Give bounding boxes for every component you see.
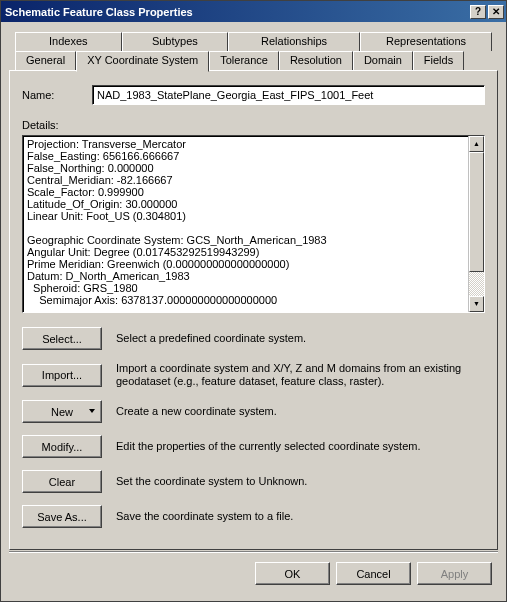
- cancel-button[interactable]: Cancel: [336, 562, 411, 585]
- new-desc: Create a new coordinate system.: [116, 405, 485, 418]
- tab-subtypes[interactable]: Subtypes: [122, 32, 229, 51]
- name-label: Name:: [22, 89, 92, 101]
- titlebar: Schematic Feature Class Properties ? ✕: [1, 1, 506, 22]
- tab-tolerance[interactable]: Tolerance: [209, 51, 279, 70]
- clear-desc: Set the coordinate system to Unknown.: [116, 475, 485, 488]
- close-button[interactable]: ✕: [488, 5, 504, 19]
- scroll-up-button[interactable]: ▲: [469, 136, 484, 152]
- tab-representations[interactable]: Representations: [360, 32, 492, 51]
- tab-general[interactable]: General: [15, 51, 76, 70]
- tab-panel: Name: Details: Projection: Transverse_Me…: [9, 70, 498, 550]
- modify-desc: Edit the properties of the currently sel…: [116, 440, 485, 453]
- tab-indexes[interactable]: Indexes: [15, 32, 122, 51]
- save-as-button[interactable]: Save As...: [22, 505, 102, 528]
- apply-button[interactable]: Apply: [417, 562, 492, 585]
- scroll-track[interactable]: [469, 152, 484, 296]
- ok-button[interactable]: OK: [255, 562, 330, 585]
- modify-button[interactable]: Modify...: [22, 435, 102, 458]
- scroll-thumb[interactable]: [469, 152, 484, 272]
- tab-xy-coordinate-system[interactable]: XY Coordinate System: [76, 51, 209, 72]
- help-button[interactable]: ?: [470, 5, 486, 19]
- select-desc: Select a predefined coordinate system.: [116, 332, 485, 345]
- tab-fields[interactable]: Fields: [413, 51, 464, 70]
- actions-grid: Select... Select a predefined coordinate…: [22, 327, 485, 528]
- import-desc: Import a coordinate system and X/Y, Z an…: [116, 362, 485, 388]
- tab-domain[interactable]: Domain: [353, 51, 413, 70]
- clear-button[interactable]: Clear: [22, 470, 102, 493]
- save-as-desc: Save the coordinate system to a file.: [116, 510, 485, 523]
- scroll-down-button[interactable]: ▼: [469, 296, 484, 312]
- window-title: Schematic Feature Class Properties: [5, 6, 468, 18]
- details-label: Details:: [22, 119, 485, 131]
- dialog-footer: OK Cancel Apply: [9, 551, 498, 595]
- properties-dialog: Schematic Feature Class Properties ? ✕ I…: [0, 0, 507, 602]
- client-area: Indexes Subtypes Relationships Represent…: [1, 22, 506, 601]
- name-input[interactable]: [92, 85, 485, 105]
- chevron-down-icon: [89, 409, 95, 413]
- new-button-label: New: [51, 406, 73, 418]
- details-scrollbar[interactable]: ▲ ▼: [468, 136, 484, 312]
- tab-resolution[interactable]: Resolution: [279, 51, 353, 70]
- select-button[interactable]: Select...: [22, 327, 102, 350]
- details-box: Projection: Transverse_Mercator False_Ea…: [22, 135, 485, 313]
- new-button[interactable]: New: [22, 400, 102, 423]
- details-text[interactable]: Projection: Transverse_Mercator False_Ea…: [23, 136, 468, 312]
- tabs: Indexes Subtypes Relationships Represent…: [9, 32, 498, 71]
- tab-relationships[interactable]: Relationships: [228, 32, 360, 51]
- import-button[interactable]: Import...: [22, 364, 102, 387]
